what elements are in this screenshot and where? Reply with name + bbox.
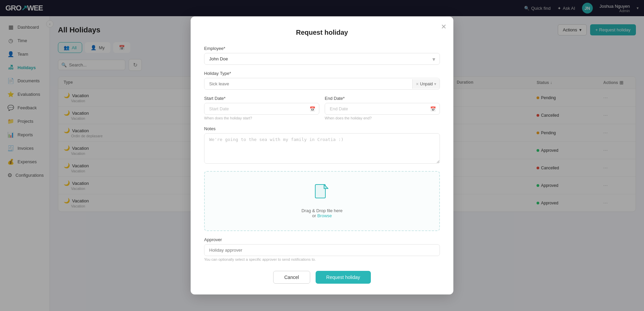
employee-group: Employee* John Doe ▾ [204,46,440,65]
approver-group: Approver You can optionally select a spe… [204,237,440,261]
dropzone-text: Drag & Drop file here or Browse [212,208,432,218]
start-date-input[interactable] [204,103,319,115]
submit-button[interactable]: Request holiday [316,271,371,284]
approver-input[interactable] [204,244,440,256]
notes-label: Notes [204,126,440,131]
start-date-group: Start Date* 📅 When does the holiday star… [204,96,319,120]
date-row: Start Date* 📅 When does the holiday star… [204,96,440,126]
modal-overlay: ✕ Request holiday Employee* John Doe ▾ H… [0,0,644,311]
employee-select[interactable]: John Doe [204,53,440,65]
employee-label: Employee* [204,46,440,51]
holiday-type-wrap: × Unpaid ▾ [204,78,440,90]
holiday-type-tag: × Unpaid ▾ [412,79,440,89]
cancel-button[interactable]: Cancel [273,271,310,284]
employee-select-wrap: John Doe ▾ [204,53,440,65]
end-date-hint: When does the holiday end? [325,116,440,120]
browse-link[interactable]: Browse [317,213,332,218]
end-date-input[interactable] [325,103,440,115]
approver-hint: You can optionally select a specific app… [204,257,440,261]
employee-chevron-icon: ▾ [432,56,435,62]
start-date-hint: When does the holiday start? [204,116,319,120]
holiday-type-group: Holiday Type* × Unpaid ▾ [204,71,440,90]
end-date-label: End Date* [325,96,440,101]
approver-label: Approver [204,237,440,242]
modal-footer: Cancel Request holiday [204,271,440,284]
holiday-type-label: Holiday Type* [204,71,440,76]
notes-textarea[interactable] [204,133,440,164]
dropzone[interactable]: Drag & Drop file here or Browse [204,171,440,231]
file-upload-icon [212,184,432,205]
holiday-type-tag-label: Unpaid [420,82,433,86]
start-date-calendar-icon: 📅 [310,106,315,112]
holiday-type-arrow-icon: ▾ [434,82,436,86]
end-date-wrap: 📅 [325,103,440,115]
holiday-type-remove[interactable]: × [416,81,419,87]
end-date-group: End Date* 📅 When does the holiday end? [325,96,440,120]
start-date-label: Start Date* [204,96,319,101]
modal-title: Request holiday [204,29,440,36]
modal-close-button[interactable]: ✕ [441,23,447,31]
notes-group: Notes [204,126,440,165]
request-holiday-modal: ✕ Request holiday Employee* John Doe ▾ H… [191,17,453,294]
end-date-calendar-icon: 📅 [430,106,436,112]
start-date-wrap: 📅 [204,103,319,115]
holiday-type-input[interactable] [204,78,412,89]
